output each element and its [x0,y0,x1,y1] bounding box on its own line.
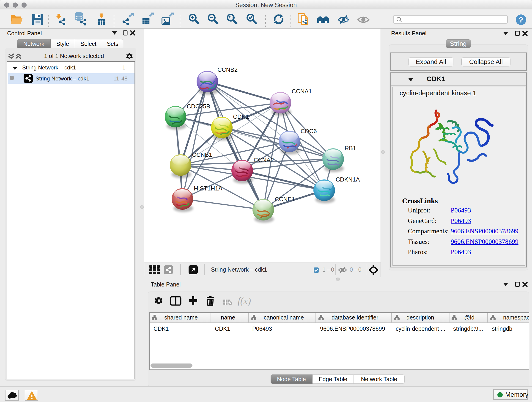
svg-text:?: ? [519,15,524,24]
svg-text:CDC6: CDC6 [301,128,317,134]
svg-text:CCNB1: CCNB1 [192,151,212,158]
svg-text:f(x): f(x) [238,296,251,306]
svg-text:canonical name: canonical name [264,314,304,321]
svg-text:CCNA2: CCNA2 [254,157,274,163]
svg-text:name: name [221,314,235,321]
svg-text:CDC25B: CDC25B [187,103,210,110]
svg-text:CDKN1A: CDKN1A [336,176,360,183]
svg-text:RB1: RB1 [345,145,356,152]
svg-text:database identifier: database identifier [331,314,378,321]
svg-text:CCNA1: CCNA1 [292,88,312,95]
svg-text:@id: @id [464,314,475,321]
svg-text:CCNB2: CCNB2 [217,66,238,73]
svg-text:shared name: shared name [164,314,198,321]
svg-text:description: description [406,314,434,321]
svg-text:CDK1: CDK1 [233,113,249,120]
svg-text:HIST1H1A: HIST1H1A [194,185,222,192]
svg-text:namespace: namespace [503,314,529,321]
svg-text:CCNE1: CCNE1 [275,196,295,203]
